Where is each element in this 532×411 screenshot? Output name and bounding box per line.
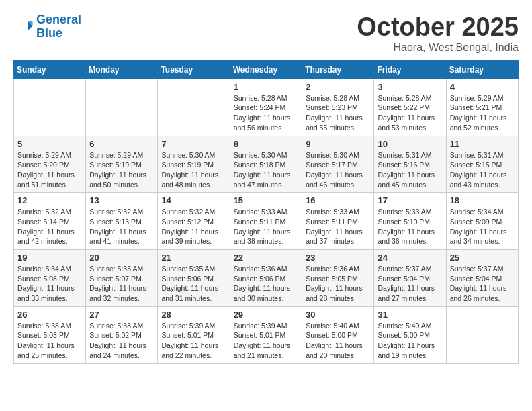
calendar-cell: 14Sunrise: 5:32 AM Sunset: 5:12 PM Dayli… [158,193,230,250]
day-info: Sunrise: 5:28 AM Sunset: 5:23 PM Dayligh… [306,93,370,133]
day-number: 30 [306,310,370,320]
calendar-cell: 31Sunrise: 5:40 AM Sunset: 5:00 PM Dayli… [374,306,446,363]
month-title: October 2025 [357,13,519,42]
day-info: Sunrise: 5:30 AM Sunset: 5:18 PM Dayligh… [234,150,299,190]
day-number: 28 [161,310,226,320]
day-info: Sunrise: 5:29 AM Sunset: 5:20 PM Dayligh… [17,150,82,190]
day-info: Sunrise: 5:38 AM Sunset: 5:03 PM Dayligh… [17,321,82,361]
calendar-cell: 6Sunrise: 5:29 AM Sunset: 5:19 PM Daylig… [86,136,158,193]
logo-text: General Blue [36,13,81,40]
day-info: Sunrise: 5:28 AM Sunset: 5:24 PM Dayligh… [234,93,299,133]
day-number: 9 [306,139,370,149]
day-info: Sunrise: 5:33 AM Sunset: 5:11 PM Dayligh… [234,207,299,246]
calendar-cell: 9Sunrise: 5:30 AM Sunset: 5:17 PM Daylig… [302,136,374,193]
calendar-cell [158,79,230,136]
weekday-header: Sunday [14,60,86,79]
weekday-header: Thursday [302,60,374,79]
calendar-row: 1Sunrise: 5:28 AM Sunset: 5:24 PM Daylig… [14,79,519,136]
day-info: Sunrise: 5:32 AM Sunset: 5:13 PM Dayligh… [89,207,154,246]
weekday-header: Tuesday [158,60,230,79]
day-number: 17 [378,195,442,205]
day-info: Sunrise: 5:37 AM Sunset: 5:04 PM Dayligh… [450,264,515,304]
day-number: 20 [89,253,154,263]
header: General Blue October 2025 Haora, West Be… [13,13,519,54]
day-info: Sunrise: 5:37 AM Sunset: 5:04 PM Dayligh… [378,264,442,304]
weekday-header: Saturday [446,60,518,79]
day-info: Sunrise: 5:39 AM Sunset: 5:01 PM Dayligh… [161,321,226,361]
calendar-cell: 24Sunrise: 5:37 AM Sunset: 5:04 PM Dayli… [374,250,446,307]
calendar-cell: 21Sunrise: 5:35 AM Sunset: 5:06 PM Dayli… [158,250,230,307]
day-number: 3 [378,82,442,92]
day-number: 26 [17,310,82,320]
calendar-cell: 19Sunrise: 5:34 AM Sunset: 5:08 PM Dayli… [14,250,86,307]
day-number: 19 [17,253,82,263]
calendar-cell: 7Sunrise: 5:30 AM Sunset: 5:19 PM Daylig… [158,136,230,193]
day-number: 21 [161,253,226,263]
calendar-cell: 18Sunrise: 5:34 AM Sunset: 5:09 PM Dayli… [446,193,518,250]
calendar-cell: 2Sunrise: 5:28 AM Sunset: 5:23 PM Daylig… [302,79,374,136]
calendar-cell: 22Sunrise: 5:36 AM Sunset: 5:06 PM Dayli… [230,250,302,307]
day-info: Sunrise: 5:30 AM Sunset: 5:17 PM Dayligh… [306,150,370,190]
calendar-cell: 15Sunrise: 5:33 AM Sunset: 5:11 PM Dayli… [230,193,302,250]
day-number: 25 [450,253,515,263]
day-number: 1 [234,82,299,92]
day-number: 8 [234,139,299,149]
day-info: Sunrise: 5:31 AM Sunset: 5:15 PM Dayligh… [450,150,515,190]
title-area: October 2025 Haora, West Bengal, India [357,13,519,54]
calendar-cell: 5Sunrise: 5:29 AM Sunset: 5:20 PM Daylig… [14,136,86,193]
calendar-cell: 13Sunrise: 5:32 AM Sunset: 5:13 PM Dayli… [86,193,158,250]
day-number: 24 [378,253,442,263]
weekday-header: Friday [374,60,446,79]
calendar-cell: 20Sunrise: 5:35 AM Sunset: 5:07 PM Dayli… [86,250,158,307]
day-number: 5 [17,139,82,149]
calendar-header-row: SundayMondayTuesdayWednesdayThursdayFrid… [14,60,519,79]
day-info: Sunrise: 5:39 AM Sunset: 5:01 PM Dayligh… [234,321,299,361]
calendar-cell: 27Sunrise: 5:38 AM Sunset: 5:02 PM Dayli… [86,306,158,363]
calendar-cell [14,79,86,136]
day-info: Sunrise: 5:33 AM Sunset: 5:10 PM Dayligh… [378,207,442,246]
calendar-cell: 28Sunrise: 5:39 AM Sunset: 5:01 PM Dayli… [158,306,230,363]
day-number: 27 [89,310,154,320]
calendar-cell: 10Sunrise: 5:31 AM Sunset: 5:16 PM Dayli… [374,136,446,193]
day-info: Sunrise: 5:35 AM Sunset: 5:07 PM Dayligh… [89,264,154,304]
day-number: 23 [306,253,370,263]
logo-line1: General [36,13,81,26]
day-info: Sunrise: 5:34 AM Sunset: 5:08 PM Dayligh… [17,264,82,304]
weekday-header: Wednesday [230,60,302,79]
calendar-cell: 23Sunrise: 5:36 AM Sunset: 5:05 PM Dayli… [302,250,374,307]
day-number: 4 [450,82,515,92]
day-number: 10 [378,139,442,149]
day-number: 2 [306,82,370,92]
logo: General Blue [13,13,81,40]
day-number: 29 [234,310,299,320]
day-info: Sunrise: 5:36 AM Sunset: 5:05 PM Dayligh… [306,264,370,304]
calendar-cell: 26Sunrise: 5:38 AM Sunset: 5:03 PM Dayli… [14,306,86,363]
calendar-cell: 4Sunrise: 5:29 AM Sunset: 5:21 PM Daylig… [446,79,518,136]
day-info: Sunrise: 5:36 AM Sunset: 5:06 PM Dayligh… [234,264,299,304]
day-number: 31 [378,310,442,320]
calendar-cell: 25Sunrise: 5:37 AM Sunset: 5:04 PM Dayli… [446,250,518,307]
calendar-cell: 3Sunrise: 5:28 AM Sunset: 5:22 PM Daylig… [374,79,446,136]
calendar-cell: 12Sunrise: 5:32 AM Sunset: 5:14 PM Dayli… [14,193,86,250]
day-number: 22 [234,253,299,263]
day-number: 11 [450,139,515,149]
day-info: Sunrise: 5:28 AM Sunset: 5:22 PM Dayligh… [378,93,442,133]
calendar-cell: 16Sunrise: 5:33 AM Sunset: 5:11 PM Dayli… [302,193,374,250]
calendar-row: 12Sunrise: 5:32 AM Sunset: 5:14 PM Dayli… [14,193,519,250]
day-info: Sunrise: 5:40 AM Sunset: 5:00 PM Dayligh… [378,321,442,361]
day-info: Sunrise: 5:33 AM Sunset: 5:11 PM Dayligh… [306,207,370,246]
calendar-cell: 29Sunrise: 5:39 AM Sunset: 5:01 PM Dayli… [230,306,302,363]
calendar-cell: 11Sunrise: 5:31 AM Sunset: 5:15 PM Dayli… [446,136,518,193]
day-number: 18 [450,195,515,205]
day-number: 15 [234,195,299,205]
calendar-cell [446,306,518,363]
day-number: 12 [17,195,82,205]
logo-icon [13,17,34,37]
weekday-header: Monday [86,60,158,79]
calendar-cell [86,79,158,136]
day-number: 13 [89,195,154,205]
logo-line2: Blue [36,27,81,40]
day-number: 14 [161,195,226,205]
day-info: Sunrise: 5:32 AM Sunset: 5:12 PM Dayligh… [161,207,226,246]
day-info: Sunrise: 5:29 AM Sunset: 5:19 PM Dayligh… [89,150,154,190]
